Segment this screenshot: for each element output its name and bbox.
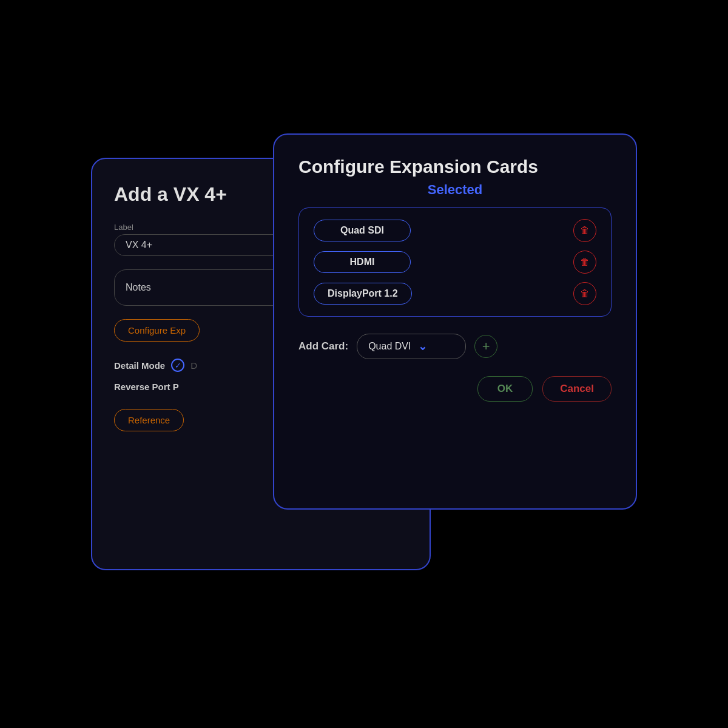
trash-icon: 🗑 xyxy=(580,288,590,299)
delete-displayport-button[interactable]: 🗑 xyxy=(573,282,596,305)
dropdown-value: Quad DVI xyxy=(368,341,411,352)
delete-hdmi-button[interactable]: 🗑 xyxy=(573,251,596,274)
selected-cards-box: Quad SDI 🗑 HDMI 🗑 DisplayPort 1.2 🗑 xyxy=(298,207,612,317)
card-item-row: HDMI 🗑 xyxy=(314,251,596,274)
trash-icon: 🗑 xyxy=(580,225,590,236)
reference-button[interactable]: Reference xyxy=(114,409,184,431)
detail-mode-checkmark-icon[interactable]: ✓ xyxy=(171,359,184,372)
quad-sdi-button[interactable]: Quad SDI xyxy=(314,220,411,241)
add-card-row: Add Card: Quad DVI ⌄ + xyxy=(298,334,612,359)
detail-mode-extra: D xyxy=(190,360,197,371)
cancel-button[interactable]: Cancel xyxy=(542,376,612,402)
add-card-dropdown[interactable]: Quad DVI ⌄ xyxy=(357,334,466,359)
card-item-row: Quad SDI 🗑 xyxy=(314,219,596,242)
configure-expansion-button[interactable]: Configure Exp xyxy=(114,319,200,342)
detail-mode-label: Detail Mode xyxy=(114,360,165,371)
card-item-row: DisplayPort 1.2 🗑 xyxy=(314,282,596,305)
configure-expansion-card: Configure Expansion Cards Selected Quad … xyxy=(273,133,637,510)
ok-button[interactable]: OK xyxy=(477,376,533,402)
plus-icon: + xyxy=(482,339,490,354)
chevron-down-icon: ⌄ xyxy=(418,340,427,353)
displayport-button[interactable]: DisplayPort 1.2 xyxy=(314,283,412,305)
action-row: OK Cancel xyxy=(298,376,612,402)
configure-title: Configure Expansion Cards xyxy=(298,157,612,177)
hdmi-button[interactable]: HDMI xyxy=(314,251,411,273)
selected-label: Selected xyxy=(298,182,612,198)
trash-icon: 🗑 xyxy=(580,257,590,268)
delete-quad-sdi-button[interactable]: 🗑 xyxy=(573,219,596,242)
add-card-plus-button[interactable]: + xyxy=(474,335,497,358)
add-card-label: Add Card: xyxy=(298,340,348,352)
